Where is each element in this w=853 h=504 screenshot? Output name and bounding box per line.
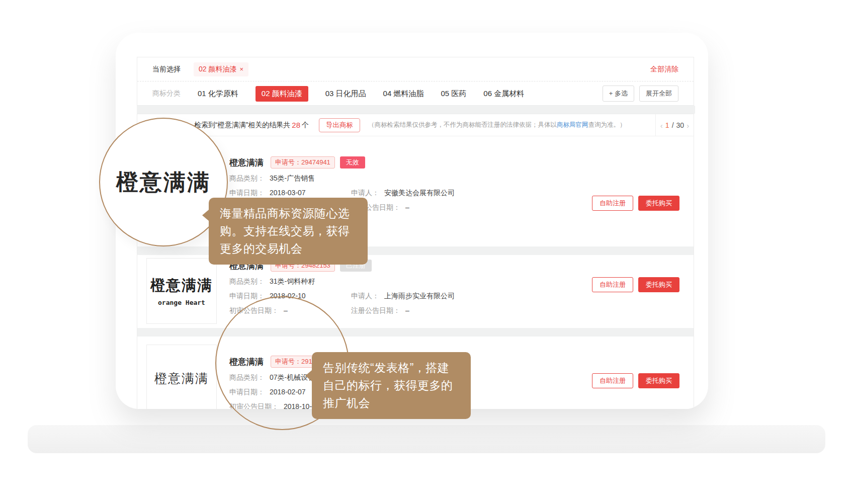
applicant-label: 申请人： xyxy=(351,188,379,198)
total-pages: 30 xyxy=(676,121,685,129)
result-count: 28 xyxy=(292,121,300,129)
application-number-tag: 申请号：29474941 xyxy=(271,156,335,169)
tooltip-line: 购。支持在线交易，获得 xyxy=(220,222,368,240)
official-site-link[interactable]: 商标局官网 xyxy=(557,121,588,128)
laptop-base xyxy=(28,425,825,453)
status-badge: 无效 xyxy=(340,156,365,169)
applicant-value: 上海雨步实业有限公司 xyxy=(384,291,455,301)
reg-date-value: – xyxy=(405,203,409,212)
tooltip-arrow xyxy=(202,210,209,221)
trademark-logo-text: 橙意满满 xyxy=(150,276,213,296)
trademark-logo-subtext: orange Heart xyxy=(158,299,205,306)
trademark-name: 橙意满满 xyxy=(229,157,264,169)
panel-divider xyxy=(137,106,695,114)
selected-filter-tag-label: 02 颜料油漆 xyxy=(199,65,236,74)
tooltip-line: 自己的标行，获得更多的 xyxy=(323,377,471,394)
self-register-button[interactable]: 自助注册 xyxy=(592,373,633,388)
pagination: ‹ 1 / 30 › xyxy=(655,114,694,136)
disclaimer-suffix: 查询为准。） xyxy=(588,121,626,128)
results-header: 检索到“橙意满满”相关的结果共 28 个 导出商标 （商标检索结果仅供参考，不作… xyxy=(137,114,694,136)
category-value: 31类-饲料种籽 xyxy=(270,277,315,286)
category-row: 商标分类 01 化学原料 02 颜料油漆 03 日化用品 04 燃料油脂 05 … xyxy=(137,81,694,106)
apply-date-label: 申请日期： xyxy=(229,291,265,301)
self-register-button[interactable]: 自助注册 xyxy=(592,196,633,211)
row-actions: 自助注册 委托购买 xyxy=(592,196,679,211)
multi-select-button[interactable]: + 多选 xyxy=(603,86,634,102)
next-page-icon[interactable]: › xyxy=(687,121,689,130)
trademark-logo-text: 橙意满满 xyxy=(154,370,209,387)
prev-page-icon[interactable]: ‹ xyxy=(660,121,663,130)
result-count-unit: 个 xyxy=(302,121,309,130)
category-filter-label: 商标分类 xyxy=(152,89,181,98)
export-trademarks-button[interactable]: 导出商标 xyxy=(319,118,360,132)
category-item-02-active[interactable]: 02 颜料油漆 xyxy=(255,86,308,102)
reg-date-label: 注册公告日期： xyxy=(351,306,400,315)
category-value: 35类-广告销售 xyxy=(270,174,315,183)
tooltip-bubble: 海量精品商标资源随心选 购。支持在线交易，获得 更多的交易机会 xyxy=(209,198,368,265)
tooltip-line: 告别传统“发表格”，搭建 xyxy=(323,359,471,377)
apply-date-label: 申请日期： xyxy=(229,188,265,198)
row-actions: 自助注册 委托购买 xyxy=(592,373,679,388)
remove-filter-icon[interactable]: × xyxy=(239,65,243,73)
disclaimer-prefix: （商标检索结果仅供参考，不作为商标能否注册的法律依据；具体以 xyxy=(368,121,557,128)
applicant-value: 安徽美达会展有限公司 xyxy=(384,188,455,198)
category-item-04[interactable]: 04 燃料油脂 xyxy=(383,89,424,99)
current-selection-row: 当前选择 02 颜料油漆 × 全部清除 xyxy=(137,57,694,81)
entrust-purchase-button[interactable]: 委托购买 xyxy=(638,373,679,388)
entrust-purchase-button[interactable]: 委托购买 xyxy=(638,196,679,211)
category-item-01[interactable]: 01 化学原料 xyxy=(198,89,238,99)
trademark-logo: 橙意满满 xyxy=(146,345,217,409)
current-page: 1 xyxy=(665,121,669,129)
disclaimer-text: （商标检索结果仅供参考，不作为商标能否注册的法律依据；具体以商标局官网查询为准。… xyxy=(368,121,626,129)
clear-all-button[interactable]: 全部清除 xyxy=(650,65,678,74)
page: 当前选择 02 颜料油漆 × 全部清除 商标分类 01 化学原料 02 颜料油漆… xyxy=(0,0,853,504)
applicant-label: 申请人： xyxy=(351,291,379,301)
tooltip-line: 推广机会 xyxy=(323,394,471,412)
category-tools: + 多选 展开全部 xyxy=(603,86,678,102)
category-label: 商品类别： xyxy=(229,174,265,183)
entrust-purchase-button[interactable]: 委托购买 xyxy=(638,277,679,292)
selected-filter-tag[interactable]: 02 颜料油漆 × xyxy=(194,62,248,76)
row-actions: 自助注册 委托购买 xyxy=(592,277,679,292)
category-item-06[interactable]: 06 金属材料 xyxy=(483,89,524,99)
category-item-05[interactable]: 05 医药 xyxy=(441,89,466,99)
page-separator: / xyxy=(672,121,674,129)
current-selection-label: 当前选择 xyxy=(152,65,181,74)
self-register-button[interactable]: 自助注册 xyxy=(592,277,633,292)
category-label: 商品类别： xyxy=(229,277,265,286)
table-row: 橙意满满 orange Heart 橙意满满 申请号：29482153 已注册 … xyxy=(137,255,694,328)
tooltip-arrow xyxy=(305,370,312,381)
tooltip-line: 更多的交易机会 xyxy=(220,240,368,258)
reg-date-value: – xyxy=(405,306,409,315)
expand-all-button[interactable]: 展开全部 xyxy=(639,86,678,102)
apply-date-value: 2018-03-07 xyxy=(270,188,306,198)
category-item-03[interactable]: 03 日化用品 xyxy=(325,89,366,99)
trademark-logo: 橙意满满 orange Heart xyxy=(146,258,217,324)
filter-panel: 当前选择 02 颜料油漆 × 全部清除 商标分类 01 化学原料 02 颜料油漆… xyxy=(137,57,694,106)
magnified-trademark-text: 橙意满满 xyxy=(116,167,211,197)
tooltip-bubble: 告别传统“发表格”，搭建 自己的标行，获得更多的 推广机会 xyxy=(312,352,471,419)
tooltip-line: 海量精品商标资源随心选 xyxy=(220,205,368,222)
results-summary: 检索到“橙意满满”相关的结果共 xyxy=(194,121,290,130)
